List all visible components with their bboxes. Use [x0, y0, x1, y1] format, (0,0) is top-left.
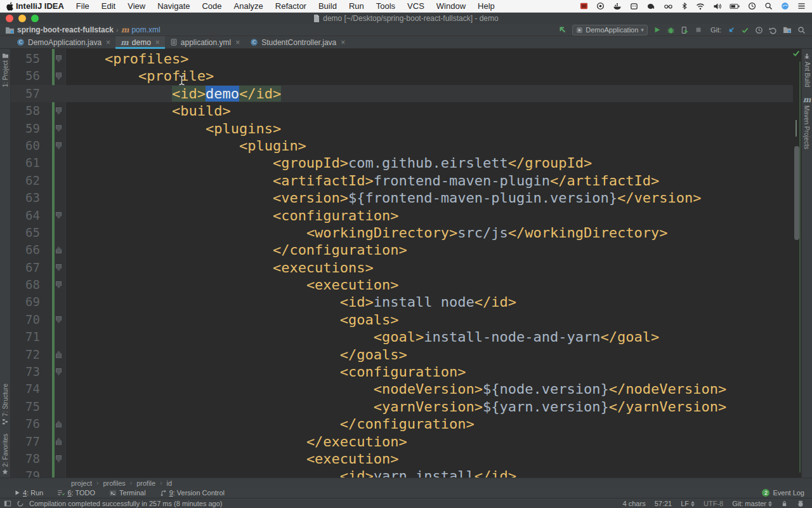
gutter-cell[interactable]: 73	[11, 363, 65, 380]
code-line-57[interactable]: 57 <id>demo</id>	[11, 85, 793, 102]
code-line-70[interactable]: 70 <goals>	[11, 311, 793, 328]
inspection-profile-icon[interactable]	[797, 500, 804, 507]
menu-tools[interactable]: Tools	[376, 1, 395, 11]
code-line-71[interactable]: 71 <goal>install-node-and-yarn</goal>	[11, 328, 793, 345]
code-text[interactable]: <groupId>com.github.eirslett</groupId>	[65, 154, 592, 171]
line-number[interactable]: 74	[11, 380, 40, 398]
gutter-cell[interactable]: 71	[11, 328, 65, 345]
xml-breadcrumb-profile[interactable]: profile	[136, 479, 155, 487]
code-text[interactable]: <nodeVersion>${node.version}</nodeVersio…	[65, 380, 726, 398]
code-line-79[interactable]: 79 <id>yarn install</id>	[11, 467, 793, 478]
line-number[interactable]: 78	[11, 450, 40, 467]
code-line-65[interactable]: 65 <workingDirectory>src/js</workingDire…	[11, 224, 793, 241]
fold-down-icon[interactable]	[56, 212, 62, 219]
fold-down-icon[interactable]	[56, 281, 62, 288]
xml-breadcrumb-id[interactable]: id	[167, 479, 173, 487]
fold-up-icon[interactable]	[56, 351, 62, 358]
code-text[interactable]: <id>install node</id>	[65, 293, 516, 311]
toolwindow-button-todo[interactable]: 6: TODO	[57, 489, 95, 497]
menu-edit[interactable]: Edit	[102, 1, 115, 11]
postgres-icon[interactable]	[646, 2, 655, 10]
menu-help[interactable]: Help	[478, 1, 495, 11]
line-number[interactable]: 72	[11, 346, 40, 363]
code-line-60[interactable]: 60 <plugin>	[11, 137, 793, 154]
code-line-68[interactable]: 68 <execution>	[11, 276, 793, 293]
code-text[interactable]: <execution>	[65, 450, 399, 467]
gutter-cell[interactable]: 67	[11, 259, 65, 276]
toolwindow-button-version-control[interactable]: 9: Version Control	[160, 489, 225, 497]
code-text[interactable]: <plugins>	[65, 120, 281, 137]
tab-demo[interactable]: mdemo×	[115, 36, 165, 48]
line-number[interactable]: 71	[11, 328, 40, 345]
fold-up-icon[interactable]	[56, 246, 62, 253]
docker-icon[interactable]	[613, 2, 622, 10]
menu-code[interactable]: Code	[202, 1, 221, 11]
creative-cloud-icon[interactable]	[596, 2, 605, 10]
stop-icon[interactable]	[695, 26, 702, 34]
menu-build[interactable]: Build	[318, 1, 337, 11]
gutter-cell[interactable]: 77	[11, 433, 65, 450]
code-text[interactable]: </goals>	[65, 346, 407, 363]
menu-file[interactable]: File	[76, 1, 89, 11]
gutter-cell[interactable]: 65	[11, 224, 65, 241]
apple-icon[interactable]	[6, 2, 15, 11]
code-line-62[interactable]: 62 <artifactId>frontend-maven-plugin</ar…	[11, 172, 793, 189]
xml-breadcrumb-profiles[interactable]: profiles	[103, 479, 125, 487]
menu-run[interactable]: Run	[349, 1, 364, 11]
gutter-cell[interactable]: 72	[11, 346, 65, 363]
tab-studentcontroller-java[interactable]: CStudentController.java×	[245, 36, 350, 48]
fold-down-icon[interactable]	[56, 72, 62, 79]
event-log-button[interactable]: 2Event Log	[762, 489, 804, 497]
close-tab-icon[interactable]: ×	[106, 38, 110, 47]
git-update-icon[interactable]	[727, 26, 735, 34]
code-text[interactable]: <profile>	[65, 67, 214, 84]
fold-up-icon[interactable]	[56, 420, 62, 427]
code-text[interactable]: <plugin>	[65, 137, 306, 154]
tab-demoapplication-java[interactable]: CDemoApplication.java×	[11, 36, 115, 48]
gutter-cell[interactable]: 79	[11, 467, 65, 478]
line-number[interactable]: 79	[11, 467, 40, 478]
line-number[interactable]: 65	[11, 224, 40, 241]
encoding-select[interactable]: UTF-8	[704, 500, 723, 507]
gutter-cell[interactable]: 75	[11, 398, 65, 415]
code-line-61[interactable]: 61 <groupId>com.github.eirslett</groupId…	[11, 154, 793, 171]
code-text[interactable]: <id>yarn install</id>	[65, 467, 516, 478]
code-text[interactable]: <artifactId>frontend-maven-plugin</artif…	[65, 172, 659, 189]
line-number[interactable]: 66	[11, 241, 40, 258]
run-icon[interactable]	[653, 26, 661, 34]
gutter-cell[interactable]: 62	[11, 172, 65, 189]
code-line-63[interactable]: 63 <version>${frontend-maven-plugin.vers…	[11, 189, 793, 206]
inspections-ok-icon[interactable]	[792, 50, 800, 57]
git-branch-widget[interactable]: Git: master	[732, 500, 772, 507]
close-tab-icon[interactable]: ×	[235, 38, 240, 47]
background-task-icon[interactable]	[16, 500, 24, 507]
notification-list-icon[interactable]	[797, 3, 806, 10]
gutter-cell[interactable]: 55	[11, 50, 65, 67]
menu-analyze[interactable]: Analyze	[234, 1, 263, 11]
menu-view[interactable]: View	[128, 1, 145, 11]
fold-down-icon[interactable]	[56, 107, 62, 114]
code-line-69[interactable]: 69 <id>install node</id>	[11, 293, 793, 311]
changes-folder-icon[interactable]	[783, 26, 792, 34]
gutter-cell[interactable]: 74	[11, 380, 65, 398]
code-text[interactable]: <version>${frontend-maven-plugin.version…	[65, 189, 701, 206]
code-text[interactable]: <goals>	[65, 311, 399, 328]
fold-down-icon[interactable]	[56, 368, 62, 375]
code-line-55[interactable]: 55 <profiles>	[11, 50, 793, 67]
code-text[interactable]: <configuration>	[65, 363, 466, 380]
run-configuration-select[interactable]: DemoApplication ▾	[572, 25, 648, 36]
code-line-76[interactable]: 76 </configuration>	[11, 415, 793, 432]
gutter-cell[interactable]: 69	[11, 293, 65, 311]
code-text[interactable]: <build>	[65, 102, 231, 119]
gutter-cell[interactable]: 63	[11, 189, 65, 206]
line-number[interactable]: 58	[11, 102, 40, 119]
toolwindow-button-project[interactable]: 1: Project	[2, 53, 9, 87]
toolwindow-button-favorites[interactable]: 2: Favorites	[2, 434, 9, 475]
debug-icon[interactable]	[667, 26, 675, 34]
code-line-73[interactable]: 73 <configuration>	[11, 363, 793, 380]
code-line-64[interactable]: 64 <configuration>	[11, 207, 793, 224]
menu-vcs[interactable]: VCS	[407, 1, 424, 11]
coverage-icon[interactable]	[681, 26, 689, 34]
bluetooth-icon[interactable]	[681, 2, 688, 10]
fold-down-icon[interactable]	[56, 125, 62, 132]
